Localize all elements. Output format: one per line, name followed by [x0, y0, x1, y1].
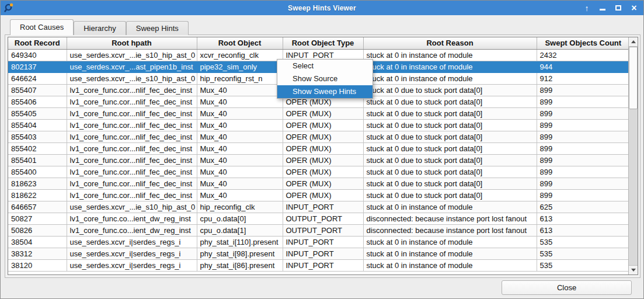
- table-cell: 899: [537, 178, 629, 189]
- column-header-root-record[interactable]: Root Record: [8, 37, 67, 49]
- table-cell: xcvr_reconfig_clk: [197, 49, 283, 61]
- table-cell: stuck at 0 due to stuck port data[0]: [363, 84, 537, 96]
- table-cell: 912: [537, 72, 629, 84]
- table-cell: 50826: [8, 224, 67, 236]
- table-row[interactable]: 818623lv1_core_func.cor...nlif_fec_dec_i…: [8, 178, 629, 189]
- tab-hierarchy[interactable]: Hierarchy: [74, 21, 126, 35]
- table-cell: 2432: [537, 49, 629, 61]
- table-cell: use_serdes.xcvr_...ast_pipen1b_inst: [67, 61, 197, 72]
- column-header-root-hpath[interactable]: Root hpath: [67, 37, 197, 49]
- table-cell: stuck at 0 in instance of module: [363, 236, 537, 248]
- column-header-swept-objects-count[interactable]: Swept Objects Count: [537, 37, 629, 49]
- table-cell: 855405: [8, 107, 67, 119]
- raise-window-button[interactable]: ↑: [582, 4, 591, 13]
- table-cell: 802137: [8, 61, 67, 72]
- table-row[interactable]: 818622lv1_core_func.cor...nlif_fec_dec_i…: [8, 189, 629, 201]
- menu-item[interactable]: Show Sweep Hints: [277, 85, 373, 98]
- table-cell: stuck at 0 in instance of module: [363, 72, 537, 84]
- vertical-scrollbar[interactable]: [628, 37, 638, 274]
- table-cell: Mux_40: [197, 166, 283, 178]
- table-cell: stuck at 0 in instance of module: [363, 49, 537, 61]
- table-cell: 899: [537, 131, 629, 142]
- close-button[interactable]: Close: [502, 280, 632, 295]
- table-cell: disconnected: because instance port lost…: [363, 213, 537, 224]
- table-row[interactable]: 38312use_serdes.xcvr_i|serdes_regs_iphy_…: [8, 248, 629, 259]
- table-cell: OUTPUT_PORT: [283, 224, 363, 236]
- sweep-hints-viewer-window: Sweep Hints Viewer ↑ × Root Causes Hiera…: [0, 0, 644, 299]
- table-cell: stuck at 0 due to stuck port data[0]: [363, 166, 537, 178]
- table-cell: 613: [537, 224, 629, 236]
- tab-bar: Root Causes Hierarchy Sweep Hints: [10, 19, 189, 35]
- table-cell: phy_stat_i[110].present: [197, 236, 283, 248]
- table-cell: 38504: [8, 236, 67, 248]
- table-row[interactable]: 855403lv1_core_func.cor...nlif_fec_dec_i…: [8, 131, 629, 142]
- table-cell: lv1_core_func.cor...nlif_fec_dec_inst: [67, 107, 197, 119]
- table-cell: lv1_core_func.co...ient_dw_reg_inst: [67, 224, 197, 236]
- table-row[interactable]: 855402lv1_core_func.cor...nlif_fec_dec_i…: [8, 142, 629, 154]
- table-cell: phy_stat_i[86].present: [197, 259, 283, 271]
- table-cell: stuck at 0 due to stuck port data[0]: [363, 131, 537, 142]
- close-window-button[interactable]: ×: [629, 4, 639, 13]
- table-cell: 649340: [8, 49, 67, 61]
- table-cell: 855402: [8, 142, 67, 154]
- table-cell: 899: [537, 154, 629, 166]
- table-cell: 899: [537, 142, 629, 154]
- table-row[interactable]: 646657use_serdes.xcvr_...ie_s10_hip_ast_…: [8, 201, 629, 213]
- table-cell: use_serdes.xcvr_i|serdes_regs_i: [67, 259, 197, 271]
- column-header-root-object-type[interactable]: Root Object Type: [283, 37, 363, 49]
- table-cell: OPER (MUX): [283, 107, 363, 119]
- table-cell: Mux_40: [197, 131, 283, 142]
- scroll-up-button[interactable]: [629, 37, 638, 47]
- column-header-root-object[interactable]: Root Object: [197, 37, 283, 49]
- table-cell: 535: [537, 248, 629, 259]
- table-cell: use_serdes.xcvr_i|serdes_regs_i: [67, 236, 197, 248]
- table-row[interactable]: 50827lv1_core_func.co...ient_dw_reg_inst…: [8, 213, 629, 224]
- table-row[interactable]: 855405lv1_core_func.cor...nlif_fec_dec_i…: [8, 107, 629, 119]
- table-cell: Mux_40: [197, 119, 283, 131]
- table-row[interactable]: 855400lv1_core_func.cor...nlif_fec_dec_i…: [8, 166, 629, 178]
- table-cell: 855403: [8, 131, 67, 142]
- table-row[interactable]: 50826lv1_core_func.co...ient_dw_reg_inst…: [8, 224, 629, 236]
- maximize-button[interactable]: [614, 4, 623, 13]
- table-cell: 535: [537, 236, 629, 248]
- table-cell: stuck at 0 in instance of module: [363, 201, 537, 213]
- table-cell: 944: [537, 61, 629, 72]
- table-cell: lv1_core_func.cor...nlif_fec_dec_inst: [67, 142, 197, 154]
- title-bar[interactable]: Sweep Hints Viewer ↑ ×: [1, 1, 643, 15]
- table-cell: OPER (MUX): [283, 142, 363, 154]
- down-arrow-icon: [631, 269, 636, 272]
- table-cell: 625: [537, 201, 629, 213]
- menu-item[interactable]: Show Source: [277, 72, 373, 85]
- scroll-down-button[interactable]: [629, 265, 638, 274]
- arrow-up-icon: ↑: [585, 4, 589, 12]
- window-title: Sweep Hints Viewer: [1, 4, 643, 12]
- table-cell: lv1_core_func.cor...nlif_fec_dec_inst: [67, 189, 197, 201]
- table-cell: use_serdes.xcvr_...ie_s10_hip_ast_0: [67, 49, 197, 61]
- tab-sweep-hints[interactable]: Sweep Hints: [126, 21, 189, 35]
- minimize-icon: [600, 9, 605, 11]
- table-cell: lv1_core_func.co...ient_dw_reg_inst: [67, 213, 197, 224]
- minimize-button[interactable]: [598, 4, 607, 13]
- table-row[interactable]: 38504use_serdes.xcvr_i|serdes_regs_iphy_…: [8, 236, 629, 248]
- table-cell: 855404: [8, 119, 67, 131]
- table-cell: 899: [537, 84, 629, 96]
- table-cell: Mux_40: [197, 142, 283, 154]
- table-cell: lv1_core_func.cor...nlif_fec_dec_inst: [67, 84, 197, 96]
- table-cell: cpu_o.data[0]: [197, 213, 283, 224]
- tab-root-causes[interactable]: Root Causes: [10, 19, 74, 35]
- column-header-root-reason[interactable]: Root Reason: [363, 37, 537, 49]
- table-cell: OPER (MUX): [283, 178, 363, 189]
- table-row[interactable]: 855401lv1_core_func.cor...nlif_fec_dec_i…: [8, 154, 629, 166]
- table-cell: hip_reconfig_rst_n: [197, 72, 283, 84]
- table-cell: lv1_core_func.cor...nlif_fec_dec_inst: [67, 178, 197, 189]
- table-cell: lv1_core_func.cor...nlif_fec_dec_inst: [67, 166, 197, 178]
- table-cell: stuck at 0 due to stuck port data[0]: [363, 154, 537, 166]
- scrollbar-thumb[interactable]: [629, 47, 638, 109]
- menu-item[interactable]: Select: [277, 60, 373, 72]
- table-cell: use_serdes.xcvr_...ie_s10_hip_ast_0: [67, 201, 197, 213]
- table-row[interactable]: 855404lv1_core_func.cor...nlif_fec_dec_i…: [8, 119, 629, 131]
- table-cell: 899: [537, 107, 629, 119]
- table-row[interactable]: 38120use_serdes.xcvr_i|serdes_regs_iphy_…: [8, 259, 629, 271]
- table-cell: 535: [537, 259, 629, 271]
- table-cell: stuck at 0 due to stuck port data[0]: [363, 142, 537, 154]
